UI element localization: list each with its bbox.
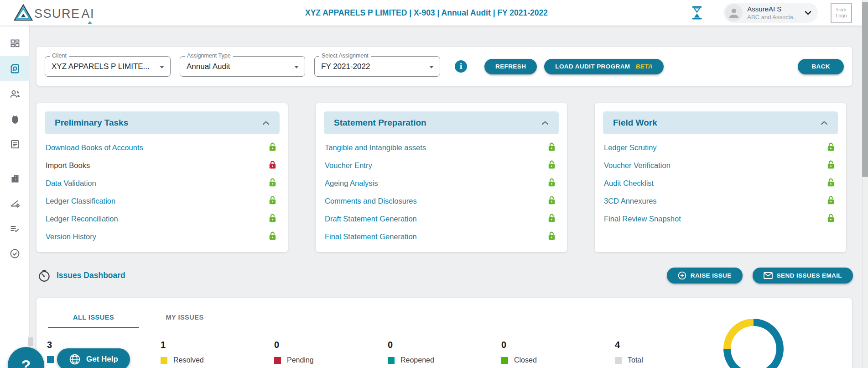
task-item: Data Validation	[46, 174, 276, 192]
task-card-header[interactable]: Statement Preparation	[324, 111, 559, 134]
task-item-link[interactable]: Audit Checklist	[604, 179, 654, 188]
tab-all-issues[interactable]: ALL ISSUES	[48, 308, 139, 328]
sidebar-item-reports[interactable]	[0, 131, 30, 157]
envelope-icon	[764, 272, 773, 279]
task-item: Audit Checklist	[604, 174, 834, 192]
issues-tabs: ALL ISSUESMY ISSUES	[36, 308, 852, 328]
sidebar-item-approvals[interactable]	[0, 241, 30, 266]
logo-caret-icon	[88, 21, 92, 24]
back-button[interactable]: BACK	[798, 59, 844, 74]
lock-open-icon	[827, 160, 834, 169]
check-circle-icon	[9, 248, 21, 259]
task-item-link[interactable]: Final Statement Generation	[325, 232, 417, 241]
send-issues-email-button[interactable]: SEND ISSUES EMAIL	[753, 268, 853, 284]
task-item: Ledger Scrutiny	[604, 139, 834, 157]
assignment-type-dropdown[interactable]: Assignment Type Annual Audit	[180, 56, 305, 77]
sidebar-item-users[interactable]	[0, 81, 30, 106]
chevron-up-icon[interactable]	[541, 121, 549, 125]
task-item-link[interactable]: Data Validation	[46, 179, 96, 188]
task-item-link[interactable]: Download Books of Accounts	[46, 143, 143, 152]
task-items: Tangible and Intangible assetsVoucher En…	[320, 138, 562, 246]
building-icon	[10, 173, 21, 184]
logo-triangle-icon	[14, 4, 33, 21]
lock-open-icon	[548, 178, 555, 187]
task-item-link[interactable]: Tangible and Intangible assets	[325, 143, 426, 152]
sidebar-scrollbar-thumb[interactable]	[28, 337, 33, 346]
lock-open-icon	[827, 142, 834, 151]
stat-value: 1	[161, 340, 274, 350]
get-help-button[interactable]: Get Help	[57, 348, 130, 368]
vertical-scrollbar-thumb[interactable]	[862, 2, 868, 177]
task-item-link[interactable]: 3CD Annexures	[604, 197, 657, 205]
select-assignment-dropdown[interactable]: Select Assignment FY 2021-2022	[314, 56, 440, 77]
task-item-link[interactable]: Ledger Classification	[46, 197, 115, 205]
user-menu[interactable]: AssureAI S ABC and Associa..	[723, 3, 818, 23]
lock-open-icon	[269, 142, 276, 151]
sidebar-item-audit-workspace[interactable]	[0, 56, 30, 81]
task-item-link[interactable]: Version History	[46, 232, 96, 241]
task-item: Ledger Reconciliation	[46, 210, 276, 228]
task-item-link[interactable]: Comments and Disclosures	[325, 197, 417, 205]
issue-stat: 0Closed	[501, 340, 615, 364]
load-audit-program-button[interactable]: LOAD AUDIT PROGRAMBETA	[544, 59, 664, 74]
task-item-link: Import Books	[46, 161, 90, 170]
task-item-link[interactable]: Voucher Entry	[325, 161, 372, 170]
task-card-header[interactable]: Preliminary Tasks	[45, 111, 280, 134]
stat-label: Pending	[287, 356, 314, 364]
lock-open-icon	[548, 142, 555, 151]
chevron-down-icon[interactable]	[805, 11, 811, 15]
task-item-link[interactable]: Final Review Snapshot	[604, 215, 681, 223]
task-item: 3CD Annexures	[604, 192, 834, 210]
chevron-up-icon[interactable]	[262, 121, 270, 125]
dashboard-grid-icon	[10, 38, 21, 49]
sidebar-item-dashboard[interactable]	[0, 31, 30, 56]
lock-closed-icon	[269, 160, 276, 169]
article-icon	[10, 139, 21, 150]
sidebar-item-company[interactable]	[0, 166, 30, 191]
stat-color-swatch	[47, 356, 54, 363]
tab-my-issues[interactable]: MY ISSUES	[139, 308, 230, 328]
task-item-link[interactable]: Ageing Analysis	[325, 179, 378, 188]
hourglass-icon	[691, 6, 702, 20]
filter-bar: Client XYZ APPARELS P LIMITE... Assignme…	[36, 47, 852, 86]
sidebar-item-tools[interactable]	[0, 191, 30, 216]
client-dropdown-label: Client	[50, 53, 69, 59]
lock-open-icon	[548, 160, 555, 169]
sidebar-item-task-review[interactable]	[0, 216, 30, 241]
globe-icon	[69, 353, 81, 365]
task-item-link[interactable]: Ledger Reconciliation	[46, 215, 118, 223]
dropdown-arrow-icon	[294, 66, 299, 68]
plus-circle-icon	[678, 271, 686, 280]
issues-dashboard-bar: Issues Dashboard RAISE ISSUE SEND ISSUES…	[36, 268, 853, 284]
lock-open-icon	[827, 178, 834, 187]
task-item-link[interactable]: Draft Statement Generation	[325, 215, 417, 223]
beta-badge: BETA	[636, 63, 653, 70]
lock-open-icon	[827, 214, 834, 222]
lock-open-icon	[548, 231, 555, 240]
raise-issue-button[interactable]: RAISE ISSUE	[667, 268, 743, 284]
task-card-header[interactable]: Field Work	[603, 111, 838, 134]
client-dropdown[interactable]: Client XYZ APPARELS P LIMITE...	[45, 56, 171, 77]
lock-open-icon	[269, 214, 276, 222]
stat-value: 0	[388, 340, 501, 350]
users-icon	[9, 89, 21, 100]
chevron-up-icon[interactable]	[821, 121, 828, 125]
task-item: Draft Statement Generation	[325, 210, 555, 228]
dropdown-arrow-icon	[160, 66, 164, 68]
task-card-title: Preliminary Tasks	[55, 118, 128, 128]
refresh-button[interactable]: REFRESH	[484, 59, 537, 74]
sidebar	[0, 26, 30, 368]
task-item-link[interactable]: Ledger Scrutiny	[604, 143, 657, 152]
task-card-title: Field Work	[613, 118, 657, 128]
task-item-link[interactable]: Voucher Verification	[604, 161, 670, 170]
sidebar-item-issues[interactable]	[0, 106, 30, 131]
stat-value: 0	[501, 340, 615, 350]
task-item: Voucher Verification	[604, 157, 834, 174]
info-icon[interactable]	[455, 60, 467, 73]
firm-logo-placeholder: Firm Logo	[831, 3, 852, 23]
task-item: Final Statement Generation	[325, 228, 555, 246]
lock-open-icon	[269, 178, 276, 187]
app-logo: SSURE AI	[14, 4, 94, 21]
stat-label: Total	[628, 356, 643, 364]
task-item: Import Books	[46, 157, 276, 174]
